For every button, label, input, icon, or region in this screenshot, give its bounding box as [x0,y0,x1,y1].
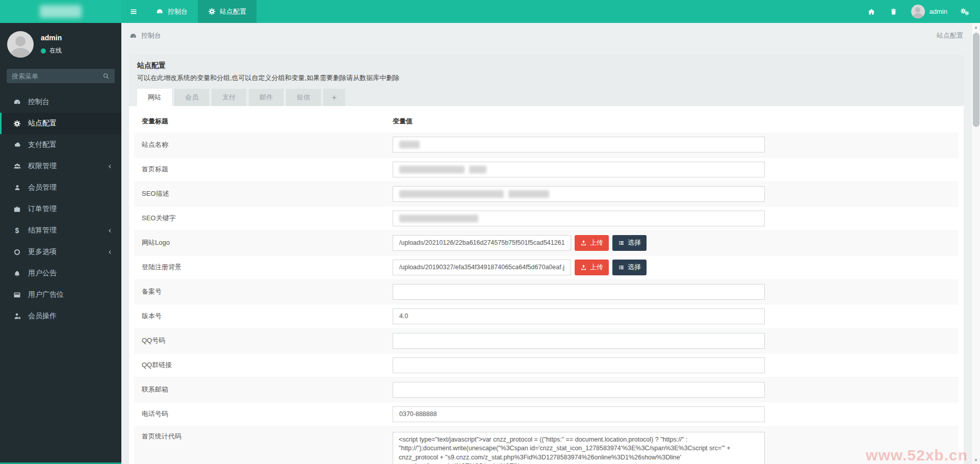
tab-member[interactable]: 会员 [174,89,209,106]
home-icon [867,8,875,16]
sidebar-item-label: 用户广告位 [28,290,64,299]
settings-button[interactable] [953,0,976,23]
sidebar-toggle-button[interactable] [121,0,146,23]
breadcrumb-console-link[interactable]: 控制台 [130,31,161,40]
add-group-tab-button[interactable] [323,89,345,106]
login-background-input[interactable] [393,260,571,275]
trash-icon [890,8,897,15]
cloud-icon [12,141,22,149]
seo-description-input[interactable] [393,186,765,202]
gear-icon [12,120,22,127]
panel-heading: 站点配置 可以在此增改系统的变量和分组,也可以自定义分组和变量,如果需要删除请从… [129,55,964,106]
scroll-down-arrow-icon[interactable]: ▼ [972,456,980,464]
table-row: 网站Logo 上传 选择 [134,230,959,255]
tab-sms[interactable]: 短信 [286,89,321,106]
stats-code-textarea[interactable]: <script type="text/javascript">var cnzz_… [393,432,765,464]
qq-group-link-input[interactable] [393,357,765,373]
clear-cache-button[interactable] [883,0,905,23]
sidebar-item-payment-config[interactable]: 支付配置 [0,134,121,156]
sidebar-item-console[interactable]: 控制台 [0,91,121,113]
site-logo-input[interactable] [393,235,571,251]
briefcase-icon [12,205,22,213]
menu-search-input[interactable] [12,72,102,80]
choose-button[interactable]: 选择 [612,260,647,275]
header-tab-label: 站点配置 [220,7,246,16]
row-label: QQ群链接 [134,353,385,377]
sidebar-item-label: 权限管理 [28,162,57,171]
header-tab-site-config[interactable]: 站点配置 [198,0,256,23]
panel-body: 变量标题 变量值 站点名称 首页标题 SEO描述 SEO关键字 [129,106,964,464]
table-row: QQ群链接 [134,353,959,377]
top-header: 控制台 站点配置 admin [0,0,980,23]
header-tab-label: 控制台 [168,7,188,16]
sidebar-item-more-options[interactable]: 更多选项 [0,241,121,263]
upload-button[interactable]: 上传 [575,235,609,251]
row-label: 电话号码 [134,402,385,426]
list-icon [618,264,625,271]
breadcrumb-label: 控制台 [141,31,161,40]
tab-website[interactable]: 网站 [137,89,172,106]
scrollbar-thumb[interactable] [973,33,979,127]
watermark: www.52xb.cn [866,447,968,464]
bell-icon [12,270,22,277]
table-row: 首页标题 [134,157,959,182]
sidebar-item-settlement[interactable]: $ 结算管理 [0,220,121,241]
scroll-up-arrow-icon[interactable]: ▲ [972,23,980,31]
sidebar-item-announcements[interactable]: 用户公告 [0,263,121,284]
row-label: 版本号 [134,304,385,328]
avatar [7,31,34,58]
choose-button[interactable]: 选择 [612,235,647,251]
search-icon[interactable] [102,72,110,80]
sidebar: admin 在线 控制台 站点配置 支付配置 权限管理 [0,23,121,464]
chevron-left-icon [107,164,113,169]
sidebar-item-label: 结算管理 [28,226,57,235]
sidebar-item-ad-slots[interactable]: 用户广告位 [0,284,121,305]
table-row: 备案号 [134,279,959,304]
qq-number-input[interactable] [393,333,765,349]
sidebar-username: admin [41,34,62,42]
redacted-value [399,166,465,173]
sidebar-item-site-config[interactable]: 站点配置 [0,113,121,134]
chevron-left-icon [107,249,113,255]
sidebar-item-label: 会员管理 [28,183,57,192]
sidebar-item-permissions[interactable]: 权限管理 [0,156,121,177]
tab-payment[interactable]: 支付 [212,89,246,106]
redacted-value [399,141,420,148]
row-label: 备案号 [134,279,385,304]
icp-number-input[interactable] [393,284,765,300]
tab-email[interactable]: 邮件 [249,89,283,106]
app-logo[interactable] [0,0,121,23]
breadcrumb-current-page: 站点配置 [937,31,963,40]
row-label: 站点名称 [134,133,385,157]
row-label: QQ号码 [134,328,385,353]
table-row: 站点名称 [134,133,959,157]
online-status-dot [41,48,46,54]
phone-number-input[interactable] [393,406,765,422]
contact-email-input[interactable] [393,382,765,398]
sidebar-item-members[interactable]: 会员管理 [0,177,121,198]
redacted-value [469,166,486,173]
table-row: 登陆注册背景 上传 选择 [134,255,959,279]
sidebar-item-member-ops[interactable]: 会员操作 [0,305,121,327]
vertical-scrollbar[interactable]: ▲ ▼ [971,23,980,464]
seo-keywords-input[interactable] [393,211,765,226]
sidebar-item-orders[interactable]: 订单管理 [0,198,121,220]
version-input[interactable] [393,308,765,324]
list-icon [618,240,625,246]
table-row: 首页统计代码 <script type="text/javascript">va… [134,426,959,464]
upload-button[interactable]: 上传 [575,260,609,275]
home-title-input[interactable] [393,162,765,177]
home-button[interactable] [860,0,883,23]
table-row: QQ号码 [134,328,959,353]
breadcrumb: 控制台 站点配置 [121,23,971,48]
user-menu[interactable]: admin [905,5,953,18]
cogs-icon [960,8,970,16]
site-name-input[interactable] [393,137,765,152]
sidebar-menu: 控制台 站点配置 支付配置 权限管理 会员管理 订单管理 $ 结算管理 [0,91,121,327]
row-label: 首页统计代码 [134,426,385,464]
upload-icon [580,240,587,246]
sidebar-item-label: 控制台 [28,97,49,107]
row-label: SEO描述 [134,182,385,206]
header-tab-console[interactable]: 控制台 [146,0,198,23]
panel-description: 可以在此增改系统的变量和分组,也可以自定义分组和变量,如果需要删除请从数据库中删… [137,73,956,83]
